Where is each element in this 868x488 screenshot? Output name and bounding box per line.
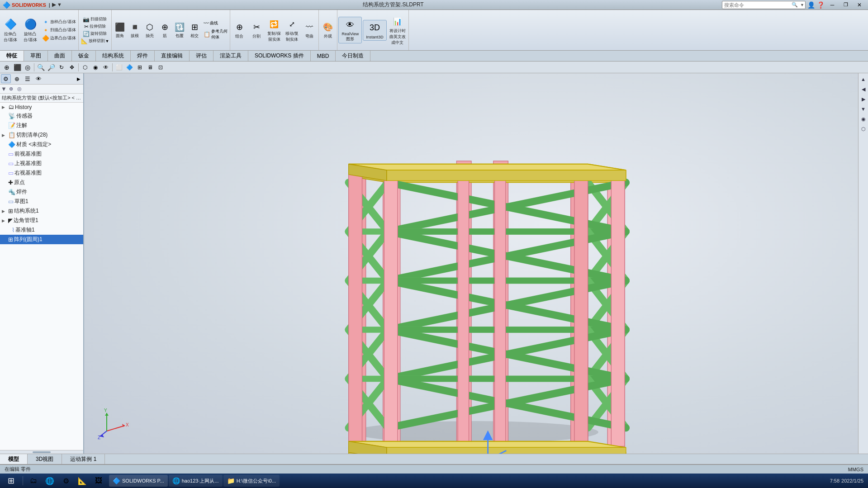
lp-expand-btn[interactable]: ▶ [75,74,82,83]
help-icon[interactable]: ❓ [817,1,825,9]
tree-item-history[interactable]: ▶ 🗂 History [0,103,83,111]
indent-button[interactable]: 〰 弯曲 [301,20,318,40]
appearance-button[interactable]: 🎨 外观 [320,20,336,40]
lp-display-tab[interactable]: 👁 [33,74,43,83]
loft-button[interactable]: 🔹 放样凸台/基体 [41,18,77,26]
tree-item-origin[interactable]: ✚ 原点 [0,178,83,187]
close-button[interactable]: ✕ [854,0,865,9]
start-button[interactable]: ⊞ [2,474,20,487]
view-win-icon[interactable]: ⊡ [156,62,166,72]
tree-item-sketch1[interactable]: ▭ 草图1 [0,197,83,206]
user-icon[interactable]: 👤 [807,1,815,9]
search-input[interactable] [722,2,790,8]
boundary-button[interactable]: 🔶 边界凸台/基体 [41,34,77,42]
realview-button[interactable]: 👁 RealView图形 [338,17,362,43]
intersect-button[interactable]: ⊞ 相交 [187,20,202,40]
viewport[interactable]: X Y Z [84,73,858,454]
tab-plugins[interactable]: SOLIDWORKS 插件 [248,51,311,61]
tree-item-material[interactable]: 🔷 材质 <未指定> [0,140,83,149]
extrude-button[interactable]: 🔷 拉伸凸台/基体 [1,17,20,44]
view-box-icon[interactable]: ⬜ [114,62,124,72]
lp-feature-tab[interactable]: ⚙ [1,74,11,83]
lp-property-tab[interactable]: ⊕ [12,74,22,83]
taskbar-app-browser[interactable]: 🌐 hao123·上网从... [169,475,223,487]
chamfer-button[interactable]: ◾ 拔模 [128,20,142,40]
fillet-button[interactable]: ⬛ 圆角 [113,20,127,40]
search-bar[interactable]: 🔍 ▼ [722,1,806,9]
tree-item-front-plane[interactable]: ▭ 前视基准图 [0,149,83,159]
view-orient-icon[interactable]: ⊕ [2,62,12,72]
taskbar-icon-photo[interactable]: 🖼 [91,474,106,487]
rp-btn-3[interactable]: ▶ [859,95,868,103]
tree-item-right-plane[interactable]: ▭ 右视基准图 [0,168,83,178]
lp-config-tab[interactable]: ☰ [23,74,33,83]
loft-cut-button[interactable]: 📐 放样切割 ▼ [80,38,111,45]
revolve-button[interactable]: 🔵 旋转凸台/基体 [21,17,40,44]
rp-btn-5[interactable]: ◉ [859,115,868,123]
tab-direct[interactable]: 直接编辑 [155,51,190,61]
instant3d-button[interactable]: 3D Instant3D [363,20,387,41]
view-hide-icon[interactable]: 👁 [101,62,111,72]
tree-item-corner1[interactable]: ▶ ◤ 边角管理1 [0,216,83,225]
rp-btn-4[interactable]: ▼ [859,105,868,113]
tab-surface[interactable]: 曲面 [48,51,72,61]
view-pan-icon[interactable]: ✥ [67,62,77,72]
view-prev-icon[interactable]: 🔎 [46,62,56,72]
tab-sketch[interactable]: 草图 [24,51,48,61]
curve-button[interactable]: 〰曲线 [202,20,229,27]
view-mode-icon[interactable]: 🖥 [145,62,155,72]
restore-button[interactable]: ❐ [840,0,852,9]
ribs-button[interactable]: ⊕ 筋 [157,20,172,40]
design-button[interactable]: 📊 将设计时曲英文改成中文 [388,14,408,47]
tree-item-array1[interactable]: ⊞ 阵列(圆周)1 [0,235,83,244]
tab-structure[interactable]: 结构系统 [96,51,131,61]
taskbar-icon-file[interactable]: 🗂 [26,474,41,487]
tree-item-sensor[interactable]: 📡 传感器 [0,111,83,121]
bottom-tab-3dview[interactable]: 3D视图 [28,454,62,464]
view-3d-icon[interactable]: ◎ [23,62,33,72]
filter-planes-btn[interactable]: ◎ [15,85,24,92]
search-icon[interactable]: 🔍 [790,2,799,8]
view-display-icon[interactable]: ⬡ [80,62,90,72]
view-axis-icon[interactable]: ⊞ [135,62,145,72]
taskbar-icon-cad[interactable]: 📐 [75,474,90,487]
wrap-button[interactable]: 🔃 包覆 [172,20,187,40]
tree-item-notes[interactable]: 📝 注解 [0,121,83,130]
bottom-tab-motion[interactable]: 运动算例 1 [62,454,105,464]
tab-sheet[interactable]: 钣金 [72,51,96,61]
view-rotate-icon[interactable]: ↻ [57,62,66,72]
tab-feature[interactable]: 特征 [0,51,24,61]
split-button[interactable]: ✂ 分割 [248,20,265,40]
tree-item-strucsys1[interactable]: ▶ ⊞ 结构系统1 [0,206,83,216]
tab-mbd[interactable]: MBD [311,51,336,61]
extrude-cut-button[interactable]: ✂ 拉伸切除 [83,23,107,30]
rp-btn-1[interactable]: ▲ [859,75,868,83]
rp-btn-6[interactable]: ⬡ [859,125,868,133]
tab-evaluate[interactable]: 评估 [190,51,213,61]
tab-render[interactable]: 渲染工具 [213,51,248,61]
revolve-cut-button[interactable]: 🔄 旋转切除 [81,30,108,38]
view-solid-icon[interactable]: 🔷 [124,62,134,72]
taskbar-icon-settings[interactable]: ⚙ [58,474,74,487]
view-section-icon[interactable]: ⬛ [12,62,22,72]
movesolid-button[interactable]: ⤢ 移动/复制实体 [284,17,301,43]
tree-item-axis1[interactable]: ⌇ 基准轴1 [0,225,83,235]
rp-btn-2[interactable]: ◀ [859,85,868,93]
bottom-tab-model[interactable]: 模型 [0,454,28,464]
sweep-button[interactable]: 🔸 扫描凸台/基体 [41,26,77,34]
mirror-button[interactable]: 🔁 复制/保留实体 [266,17,283,43]
tree-item-top-plane[interactable]: ▭ 上视基准图 [0,159,83,168]
tab-weld[interactable]: 焊件 [131,51,155,61]
taskbar-app-folder[interactable]: 📁 H:\微信公众号\0... [223,475,280,487]
multiref-button[interactable]: 📋参考几何何体 [202,28,229,41]
view-light-icon[interactable]: ◉ [90,62,100,72]
scan-cut-button[interactable]: 📷 扫描切除 [81,16,108,23]
taskbar-icon-browser[interactable]: 🌐 [42,474,57,487]
taskbar-app-solidworks[interactable]: 🔷 SOLIDWORKS P... [109,475,168,487]
minimize-button[interactable]: ─ [826,0,838,9]
filter-feats-btn[interactable]: ⊕ [7,85,15,92]
view-scale-icon[interactable]: 🔍 [36,62,46,72]
tree-item-weld[interactable]: 🔩 焊件 [0,187,83,197]
combine-button[interactable]: ⊕ 组合 [231,20,247,40]
tree-item-cutlist[interactable]: ▶ 📋 切割清单(28) [0,130,83,140]
